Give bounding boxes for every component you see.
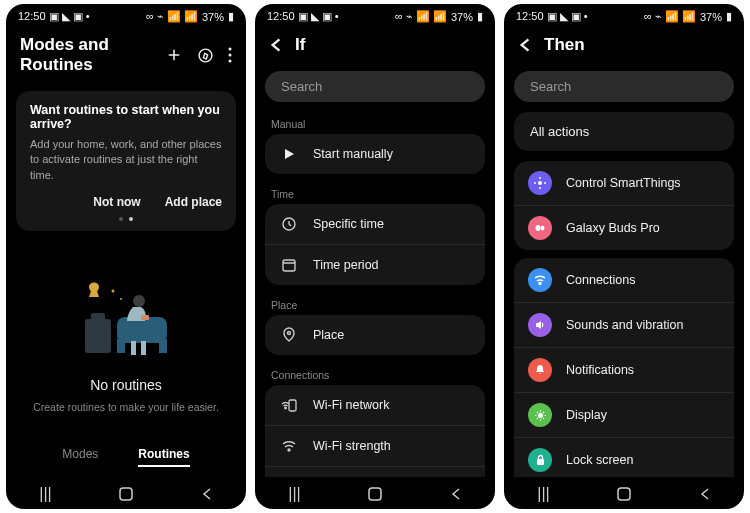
svg-rect-15 (283, 260, 295, 271)
item-start-manually[interactable]: Start manually (265, 134, 485, 174)
wifi-icon (279, 436, 299, 456)
item-lock-screen[interactable]: Lock screen (514, 438, 734, 477)
svg-point-24 (539, 187, 541, 189)
search-input[interactable]: Search (265, 71, 485, 102)
status-time: 12:50 (267, 10, 295, 22)
status-sys-icons: ∞ ⌁ 📶 📶 (395, 10, 447, 23)
status-battery: 37% (451, 11, 473, 23)
item-wifi-network[interactable]: Wi-Fi network (265, 385, 485, 426)
tip-body: Add your home, work, and other places to… (30, 137, 222, 183)
all-actions-button[interactable]: All actions (514, 112, 734, 151)
back-button[interactable] (269, 37, 283, 53)
item-label: Display (566, 408, 607, 422)
empty-title: No routines (90, 377, 162, 393)
section-connections: Connections (255, 363, 495, 385)
section-manual: Manual (255, 112, 495, 134)
svg-point-11 (133, 295, 145, 307)
item-time-period[interactable]: Time period (265, 245, 485, 285)
section-time: Time (255, 182, 495, 204)
svg-point-16 (288, 332, 291, 335)
nav-recents[interactable]: ||| (537, 485, 549, 503)
nav-back[interactable] (201, 487, 213, 501)
item-smartthings[interactable]: Control SmartThings (514, 161, 734, 206)
section-place: Place (255, 293, 495, 315)
add-place-button[interactable]: Add place (165, 195, 222, 209)
nav-recents[interactable]: ||| (39, 485, 51, 503)
nav-home[interactable] (367, 486, 383, 502)
svg-point-5 (120, 298, 122, 300)
svg-point-23 (539, 177, 541, 179)
svg-point-19 (288, 449, 290, 451)
header: If (255, 25, 495, 67)
status-bar: 12:50 ▣ ◣ ▣ • ∞ ⌁ 📶 📶 37% ▮ (255, 4, 495, 25)
item-specific-time[interactable]: Specific time (265, 204, 485, 245)
svg-rect-31 (537, 459, 544, 465)
item-wifi-strength[interactable]: Wi-Fi strength (265, 426, 485, 467)
item-label: Galaxy Buds Pro (566, 221, 660, 235)
nav-home[interactable] (118, 486, 134, 502)
smartthings-icon (528, 171, 552, 195)
item-place[interactable]: Place (265, 315, 485, 355)
svg-point-30 (538, 413, 543, 418)
status-app-icons: ▣ ◣ ▣ • (547, 10, 588, 22)
item-display[interactable]: Display (514, 393, 734, 438)
more-button[interactable] (228, 47, 232, 63)
header: Modes and Routines (6, 25, 246, 87)
sound-icon (528, 313, 552, 337)
item-wifi[interactable]: Wi-Fi (265, 467, 485, 477)
svg-point-22 (538, 181, 542, 185)
search-input[interactable]: Search (514, 71, 734, 102)
nav-home[interactable] (616, 486, 632, 502)
item-label: Notifications (566, 363, 634, 377)
play-icon (279, 144, 299, 164)
nav-back[interactable] (699, 487, 711, 501)
tab-modes[interactable]: Modes (62, 447, 98, 467)
status-time: 12:50 (18, 10, 46, 22)
battery-icon: ▮ (726, 10, 732, 23)
screen-modes-routines: 12:50 ▣ ◣ ▣ • ∞ ⌁ 📶 📶 37% ▮ Modes and Ro… (6, 4, 246, 509)
item-label: Connections (566, 273, 636, 287)
screen-then: 12:50 ▣ ◣ ▣ • ∞ ⌁ 📶 📶 37% ▮ Then Search … (504, 4, 744, 509)
svg-point-25 (534, 182, 536, 184)
item-label: Wi-Fi network (313, 398, 389, 412)
item-sounds[interactable]: Sounds and vibration (514, 303, 734, 348)
svg-point-1 (229, 48, 232, 51)
empty-subtitle: Create routines to make your life easier… (33, 401, 219, 413)
svg-point-26 (544, 182, 546, 184)
discover-button[interactable] (197, 47, 214, 64)
not-now-button[interactable]: Not now (93, 195, 140, 209)
nav-bar: ||| (255, 477, 495, 509)
svg-rect-13 (120, 488, 132, 500)
item-galaxy-buds[interactable]: Galaxy Buds Pro (514, 206, 734, 250)
svg-point-27 (536, 225, 541, 231)
back-button[interactable] (518, 37, 532, 53)
page-title: Then (544, 35, 730, 55)
empty-state: No routines Create routines to make your… (6, 235, 246, 447)
item-label: Time period (313, 258, 379, 272)
item-connections[interactable]: Connections (514, 258, 734, 303)
svg-rect-10 (159, 339, 167, 353)
header: Then (504, 25, 744, 67)
item-label: Place (313, 328, 344, 342)
nav-back[interactable] (450, 487, 462, 501)
screen-if: 12:50 ▣ ◣ ▣ • ∞ ⌁ 📶 📶 37% ▮ If Search Ma… (255, 4, 495, 509)
item-label: Wi-Fi strength (313, 439, 391, 453)
svg-rect-12 (141, 315, 149, 320)
status-app-icons: ▣ ◣ ▣ • (49, 10, 90, 22)
wifi-icon (528, 268, 552, 292)
battery-icon: ▮ (477, 10, 483, 23)
svg-point-0 (199, 49, 212, 62)
add-button[interactable] (165, 46, 183, 64)
svg-rect-32 (618, 488, 630, 500)
svg-point-3 (229, 60, 232, 63)
svg-point-2 (229, 54, 232, 57)
item-label: Start manually (313, 147, 393, 161)
item-notifications[interactable]: Notifications (514, 348, 734, 393)
wifi-device-icon (279, 395, 299, 415)
svg-rect-7 (91, 313, 105, 321)
battery-icon: ▮ (228, 10, 234, 23)
nav-recents[interactable]: ||| (288, 485, 300, 503)
tab-routines[interactable]: Routines (138, 447, 189, 467)
item-label: Control SmartThings (566, 176, 681, 190)
nav-bar: ||| (504, 477, 744, 509)
